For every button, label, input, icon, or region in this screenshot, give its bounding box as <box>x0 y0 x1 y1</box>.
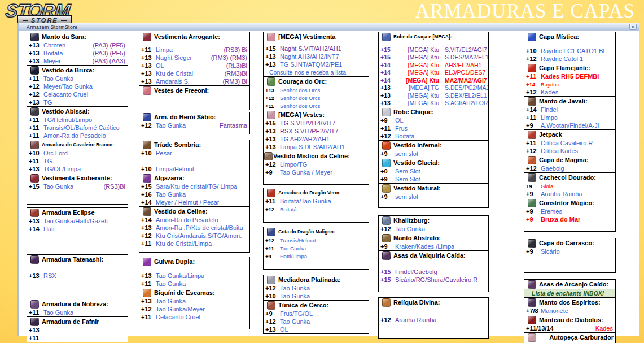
item-row[interactable]: +10Limpa/Helmut <box>139 165 249 173</box>
item-row[interactable]: +13Senhor dos Orcs <box>264 86 369 94</box>
item-row[interactable]: +15Naght S.VIT/AH2/AH1 <box>264 45 369 53</box>
item-row[interactable]: +9Kraken/Kades /Limpa <box>379 242 488 250</box>
item-row[interactable]: +12Boitatá <box>379 132 488 140</box>
item-row[interactable]: +11Celacanto Cruel <box>139 313 249 321</box>
item-row[interactable]: +11 <box>27 334 128 342</box>
item-row[interactable]: +12Kades <box>524 88 615 96</box>
item-row[interactable]: +13TG <box>27 98 128 106</box>
item-row[interactable]: +11Tao Gunka <box>27 75 128 83</box>
item-row[interactable]: +15Findel/Gaebolg <box>379 268 488 276</box>
item-row[interactable]: +9Bruxa do Mar <box>524 215 615 223</box>
window-titlebar[interactable]: Armazém StormStore ∞ <box>19 23 639 31</box>
item-row[interactable]: +12Crítica Kades <box>524 147 615 155</box>
item-row[interactable]: +9Sicário <box>524 248 615 255</box>
item-row[interactable]: +9Frus/TG/OL <box>264 310 369 318</box>
item-row[interactable]: +13Limpa S.DES/AH2/AH1 <box>264 143 369 151</box>
item-row[interactable]: +9sem slot <box>379 193 488 201</box>
item-row[interactable]: +12Tao GunkaFantasma <box>139 121 249 129</box>
item-row[interactable]: +10Pesar <box>139 149 249 157</box>
item-row[interactable]: +14Raydric <box>524 80 615 88</box>
item-row[interactable]: +13[MEGA] TGS.DES/PC2/MA1 <box>379 84 488 92</box>
item-row[interactable]: +13Tao Gunka/Hatti/Gazeti <box>27 217 128 225</box>
item-row[interactable]: +13Meyer(PA3) (AA3) <box>27 57 128 65</box>
item-row[interactable]: +11/13/14Kades <box>524 324 615 332</box>
item-row[interactable]: +14[MEGA] KtuMA2/MA2/AGI7 <box>379 76 488 84</box>
item-row[interactable]: +11Frus <box>379 124 488 132</box>
item-row[interactable]: +12Raydric Catol 1 <box>524 55 615 63</box>
item-row[interactable]: +14Hati <box>27 225 128 233</box>
item-row[interactable]: +12Senhor dos Orcs <box>264 94 369 102</box>
item-row[interactable]: +9Eremes <box>524 207 615 215</box>
item-row[interactable]: +11Crítica Cavaleiro.R <box>524 139 615 147</box>
item-row[interactable]: +7/8Marionete <box>524 307 615 315</box>
item-row[interactable]: +9Aranha Rainha <box>524 190 615 198</box>
item-row[interactable]: +16Tao Gunka <box>139 190 249 198</box>
item-row[interactable]: +12Tao Gunka <box>264 284 369 292</box>
item-row[interactable]: +11Transis/OL/Bafomé Caótico <box>27 124 128 132</box>
item-row[interactable]: +12Limpo/TG <box>264 160 369 168</box>
item-row[interactable]: +15[MEGA] KtuS.VIT/EL2/AGI7 <box>379 46 488 54</box>
item-row[interactable]: +14Amon-Ra do Pesadelo <box>139 216 249 224</box>
item-row[interactable]: +14Meyer / Helmut / Pesar <box>139 198 249 206</box>
item-row[interactable]: +13Amon-Ra .P/Ktu de cristal/Boita <box>139 224 249 232</box>
item-row[interactable]: +12Tao Gunka/Meyer <box>139 305 249 313</box>
item-row[interactable]: +11Limpo <box>524 114 615 121</box>
item-row[interactable]: +9OL <box>379 116 488 124</box>
item-row[interactable]: +12Tao Gunka <box>379 225 488 233</box>
item-row[interactable]: +11Tao Gunka <box>264 244 369 252</box>
item-row[interactable]: +14[MEGA] KtuAH3/EL2/AH1 <box>379 61 488 69</box>
item-row[interactable]: +12Meyer/Tao Gunka <box>27 83 128 90</box>
item-row[interactable]: +10Tao Gunka <box>264 292 369 300</box>
item-row[interactable]: +11Boitatá/Tao Gunka <box>264 197 369 205</box>
item-row[interactable]: +12Tao Gunka <box>264 318 369 325</box>
item-row[interactable]: +11Tao Gunka <box>139 280 249 288</box>
item-row[interactable]: +13Tao Gunka <box>139 297 249 305</box>
item-row[interactable]: +13TG/OL/Limpa <box>27 165 128 173</box>
item-row[interactable]: +12Gaebolg <box>524 164 615 172</box>
item-row[interactable]: +13 <box>27 326 128 334</box>
item-row[interactable]: +14Findel <box>524 106 615 114</box>
item-row[interactable]: +13Naght AH3/AH2/INT7 <box>264 53 369 60</box>
item-row[interactable]: +13Chroten(PA3) (PF5) <box>27 41 128 49</box>
item-row[interactable]: +13Ktu de Cristal(RM3)Bi <box>139 70 249 77</box>
item-row[interactable]: +11TG <box>27 157 128 165</box>
item-row[interactable]: +12Boitatá <box>264 205 369 213</box>
item-row[interactable]: +9Gioia <box>524 182 615 190</box>
item-row[interactable]: +15Sara/Ktu de cristal/TG/ Limpa <box>139 183 249 190</box>
item-row[interactable]: +10Orc Lord <box>27 149 128 157</box>
item-row[interactable]: +13TG AH2/AH2/AH1 <box>264 135 369 143</box>
window-menu-button[interactable]: ∞ <box>629 24 637 30</box>
item-row[interactable]: +11Ktu de Cristal/Limpa <box>139 240 249 248</box>
item-row[interactable]: +12Ktu Cris/Amdarais.S/TG/Amon. <box>139 232 249 240</box>
item-row[interactable]: +13Amdarais S.(RM3) Bi <box>139 77 249 85</box>
item-row[interactable]: +13TG S.INT/ATQM2/PE1 <box>264 60 369 68</box>
item-row[interactable]: +9Hatti/Limpa <box>264 252 369 260</box>
item-row[interactable]: +9Sem Slot <box>379 175 488 183</box>
item-row[interactable]: +13Naght Sieger(RM3) (RM3) <box>139 54 249 62</box>
item-row[interactable]: +0Sem Slot <box>379 167 488 175</box>
item-row[interactable]: +13[MEGA] KtuS.DEX/EL2/EL1 <box>379 92 488 99</box>
item-row[interactable]: +11Tao Gunka <box>27 309 128 316</box>
item-row[interactable]: +15[MEGA] KtuS.DES/MA2/EL1 <box>379 54 488 62</box>
item-row[interactable]: +13Tao Gunka/Limpa <box>139 272 249 280</box>
item-row[interactable]: +12Aranha Rainha <box>379 316 488 324</box>
item-row[interactable]: +13OL(RL3)Bi <box>139 62 249 70</box>
item-row[interactable]: +15TG S.VIT/VIT4/VIT7 <box>264 119 369 127</box>
item-row[interactable]: +13OL <box>264 325 369 333</box>
item-row[interactable]: +10Raydric FC1 CATO1 BI <box>524 47 615 55</box>
item-row[interactable]: +11Limpa(RS3) Bi <box>139 46 249 54</box>
item-row[interactable]: +13Boitata(PA3) (PF5) <box>27 49 128 57</box>
item-row[interactable]: +14[MEGA] KtuEL3/PC1/DES7 <box>379 69 488 77</box>
item-row[interactable]: +15Sicário/RG/Shura/Cavaleiro.R <box>379 276 488 284</box>
item-row[interactable]: +11Kades RH5 DEFMBI <box>524 72 615 80</box>
item-row[interactable]: +11Senhor dos Orcs <box>264 102 369 110</box>
item-row[interactable]: +9sem slot <box>379 150 488 158</box>
item-row[interactable]: +15Tao Gunka(RS3)Bi <box>27 183 128 190</box>
item-row[interactable]: +11TG/Helmut/Limpo <box>27 116 128 124</box>
item-row[interactable]: +13RSX <box>27 272 128 280</box>
item-row[interactable]: +13RSX S.VIT/PE2/VIT7 <box>264 127 369 135</box>
item-row[interactable]: +12Celacanto Cruel <box>27 90 128 98</box>
item-row[interactable]: +12Transis/Helmut <box>264 236 369 244</box>
item-row[interactable]: +13[MEGA] KtuS.AGI/AH2/FOR <box>379 99 488 107</box>
item-row[interactable]: +11Amon-Ra do Pesadelo <box>27 132 128 140</box>
